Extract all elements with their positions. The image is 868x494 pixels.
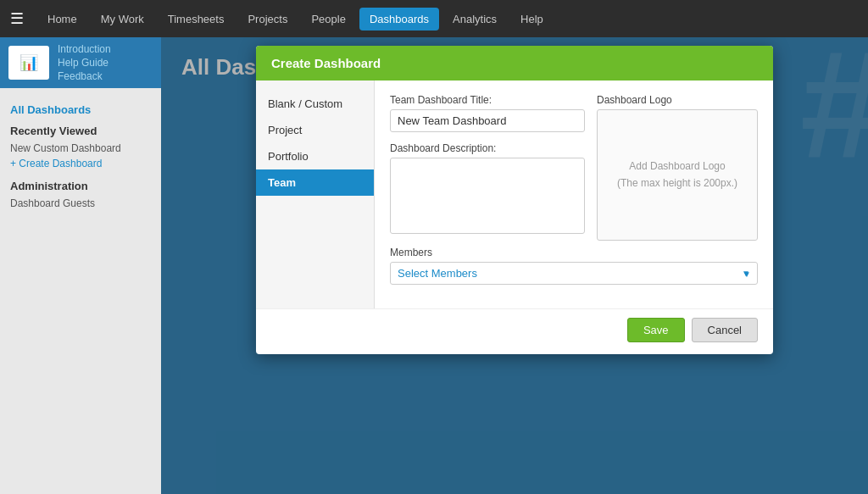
modal-body: Blank / Custom Project Portfolio Team Te… [256,80,773,308]
form-columns: Team Dashboard Title: Dashboard Descript… [390,94,758,247]
sidebar-banner-links: Introduction Help Guide Feedback [58,43,111,82]
modal-sidebar-project[interactable]: Project [256,117,374,143]
nav-dashboards[interactable]: Dashboards [359,8,439,31]
modal-overlay: Create Dashboard Blank / Custom Project … [161,37,868,494]
nav-home[interactable]: Home [37,8,87,31]
modal-header: Create Dashboard [256,46,773,80]
members-form-group: Members Select Members ▼ [390,247,758,285]
top-nav: ☰ Home My Work Timesheets Projects Peopl… [0,0,868,37]
sidebar-feedback-link[interactable]: Feedback [58,70,111,82]
save-button[interactable]: Save [627,318,685,342]
nav-help[interactable]: Help [510,8,554,31]
sidebar-banner-icon: 📊 [8,46,49,80]
modal-sidebar-team[interactable]: Team [256,169,374,196]
modal-sidebar: Blank / Custom Project Portfolio Team [256,80,375,308]
nav-timesheets[interactable]: Timesheets [158,8,235,31]
form-left-column: Team Dashboard Title: Dashboard Descript… [390,94,585,247]
description-textarea[interactable] [390,158,585,234]
members-select-wrapper: Select Members ▼ [390,262,758,285]
title-input[interactable] [390,109,585,132]
modal-sidebar-portfolio[interactable]: Portfolio [256,143,374,169]
nav-people[interactable]: People [301,8,355,31]
content-area: # All Dashboards Create Dashboard Blank … [161,37,868,494]
sidebar-new-custom-dashboard[interactable]: New Custom Dashboard [10,141,151,156]
sidebar-all-dashboards-title: All Dashboards [10,103,151,116]
title-form-group: Team Dashboard Title: [390,94,585,132]
hamburger-icon[interactable]: ☰ [10,9,24,28]
modal-main-content: Team Dashboard Title: Dashboard Descript… [375,80,773,308]
sidebar-create-dashboard-link[interactable]: + Create Dashboard [10,156,151,171]
sidebar-recently-viewed-title: Recently Viewed [10,125,151,137]
modal-title: Create Dashboard [271,56,381,70]
nav-projects[interactable]: Projects [237,8,298,31]
sidebar-introduction-link[interactable]: Introduction [58,43,111,55]
members-placeholder-text: Select Members [398,267,477,280]
logo-placeholder-text: Add Dashboard Logo (The max height is 20… [617,158,737,191]
logo-upload-box[interactable]: Add Dashboard Logo (The max height is 20… [597,109,758,241]
dashboard-icon: 📊 [19,53,38,72]
title-label: Team Dashboard Title: [390,94,585,106]
sidebar: 📊 Introduction Help Guide Feedback All D… [0,37,161,494]
sidebar-dashboard-guests[interactable]: Dashboard Guests [10,196,151,211]
members-dropdown-arrow: ▼ [742,269,750,278]
nav-analytics[interactable]: Analytics [442,8,507,31]
modal-footer: Save Cancel [256,308,773,354]
sidebar-help-guide-link[interactable]: Help Guide [58,57,111,69]
form-right-column: Dashboard Logo Add Dashboard Logo (The m… [597,94,758,247]
main-layout: 📊 Introduction Help Guide Feedback All D… [0,37,868,494]
nav-my-work[interactable]: My Work [91,8,154,31]
create-dashboard-modal: Create Dashboard Blank / Custom Project … [256,46,773,354]
sidebar-banner: 📊 Introduction Help Guide Feedback [0,37,161,88]
description-form-group: Dashboard Description: [390,142,585,236]
sidebar-content: All Dashboards Recently Viewed New Custo… [0,88,161,219]
cancel-button[interactable]: Cancel [692,318,758,342]
sidebar-administration-title: Administration [10,180,151,192]
members-select-box[interactable]: Select Members ▼ [390,262,758,285]
description-label: Dashboard Description: [390,142,585,154]
members-label: Members [390,247,758,258]
logo-label: Dashboard Logo [597,94,758,106]
modal-sidebar-blank-custom[interactable]: Blank / Custom [256,91,374,117]
